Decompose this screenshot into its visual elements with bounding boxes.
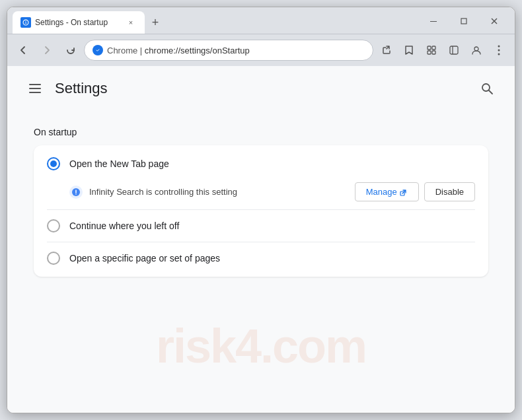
warning-icon (69, 186, 83, 199)
back-button[interactable] (13, 40, 34, 61)
settings-content: On startup Open the New Tab page (7, 111, 515, 413)
browser-window: Settings - On startup × + (7, 7, 515, 413)
settings-page-title: Settings (55, 80, 108, 97)
svg-point-15 (482, 84, 490, 91)
refresh-button[interactable] (60, 40, 81, 61)
svg-rect-8 (432, 51, 435, 54)
svg-rect-9 (450, 46, 458, 54)
svg-rect-6 (432, 46, 435, 50)
radio-continue (47, 219, 60, 232)
svg-rect-0 (430, 21, 437, 22)
active-tab[interactable]: Settings - On startup × (13, 11, 145, 34)
menu-line-1 (29, 84, 41, 85)
svg-rect-1 (461, 18, 466, 24)
radio-new-tab-inner (50, 160, 57, 167)
toolbar: Chrome | chrome://settings/onStartup (7, 34, 515, 66)
maximize-button[interactable] (449, 13, 479, 30)
svg-point-13 (498, 50, 500, 52)
window-controls (418, 13, 509, 30)
option-continue-label: Continue where you left off (69, 221, 475, 231)
divider-2 (47, 242, 475, 242)
option-new-tab[interactable]: Open the New Tab page (34, 151, 488, 177)
settings-header: Settings (7, 66, 515, 111)
warning-actions: Manage Disable (355, 182, 475, 201)
manage-button[interactable]: Manage (355, 182, 419, 201)
tab-title: Settings - On startup (35, 18, 121, 27)
warning-row: Infinity Search is controlling this sett… (34, 177, 488, 207)
svg-point-14 (498, 53, 500, 55)
options-card: Open the New Tab page Infinity Search is… (34, 145, 488, 277)
radio-new-tab (47, 157, 60, 170)
menu-line-3 (29, 92, 41, 93)
menu-line-2 (29, 88, 41, 89)
close-button[interactable] (479, 13, 509, 30)
bookmark-button[interactable] (398, 40, 420, 61)
svg-point-18 (75, 193, 77, 195)
svg-rect-5 (428, 46, 431, 50)
address-text: Chrome | chrome://settings/onStartup (107, 46, 250, 55)
option-new-tab-label: Open the New Tab page (69, 158, 475, 169)
forward-button[interactable] (36, 40, 57, 61)
sidebar-toggle-button[interactable] (443, 40, 465, 61)
svg-point-12 (498, 46, 500, 48)
svg-point-11 (474, 47, 478, 51)
section-title: On startup (34, 127, 488, 137)
tab-favicon (20, 17, 31, 28)
option-specific-page[interactable]: Open a specific page or set of pages (34, 245, 488, 271)
tab-close-button[interactable]: × (125, 17, 137, 28)
svg-rect-7 (428, 51, 431, 54)
disable-button[interactable]: Disable (424, 182, 475, 201)
extensions-button[interactable] (421, 40, 442, 61)
toolbar-actions (376, 40, 509, 61)
content-wrapper: Settings On startup Open the New Tab (7, 66, 515, 413)
profile-button[interactable] (466, 40, 487, 61)
header-left: Settings (23, 77, 108, 100)
site-security-icon (93, 45, 103, 55)
content-area: Settings On startup Open the New Tab (7, 66, 515, 413)
settings-menu-button[interactable] (23, 77, 47, 100)
share-button[interactable] (376, 40, 397, 61)
svg-line-16 (489, 90, 492, 94)
title-bar: Settings - On startup × + (7, 7, 515, 34)
new-tab-button[interactable]: + (146, 13, 165, 32)
settings-search-button[interactable] (475, 77, 499, 100)
radio-specific-page (47, 252, 60, 265)
divider-1 (47, 209, 475, 210)
option-continue[interactable]: Continue where you left off (34, 213, 488, 239)
minimize-button[interactable] (418, 13, 449, 30)
option-specific-page-label: Open a specific page or set of pages (69, 253, 475, 263)
chrome-menu-button[interactable] (488, 40, 509, 61)
address-bar[interactable]: Chrome | chrome://settings/onStartup (84, 40, 373, 61)
warning-text: Infinity Search is controlling this sett… (89, 187, 348, 197)
